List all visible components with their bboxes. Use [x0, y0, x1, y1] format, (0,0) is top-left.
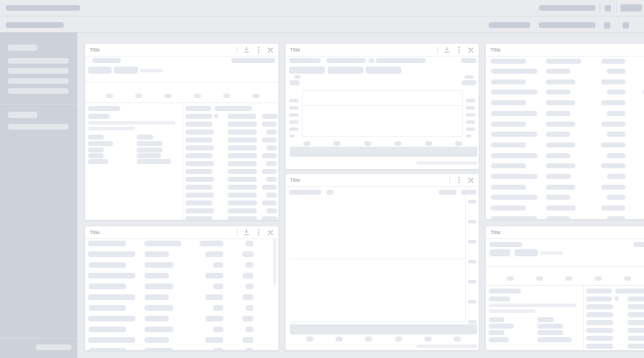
skeleton-bar [88, 337, 135, 343]
button-placeholder[interactable] [514, 249, 538, 256]
tab-placeholder[interactable] [106, 94, 113, 98]
skeleton-bar [245, 348, 253, 351]
sidebar-item-placeholder[interactable] [8, 78, 69, 84]
skeleton-bar [266, 130, 277, 135]
column-header-placeholder [491, 59, 526, 64]
skeleton-bar [586, 336, 613, 341]
skeleton-bar [185, 114, 213, 119]
card-header-actions [437, 47, 474, 54]
skeleton-bar [185, 169, 213, 174]
kebab-menu-icon[interactable] [255, 229, 262, 236]
toolbar-item-placeholder[interactable] [489, 22, 530, 28]
tab-placeholder[interactable] [165, 94, 172, 98]
y-tick-placeholder [289, 113, 298, 117]
download-icon[interactable] [243, 229, 250, 236]
skeleton-bar [205, 316, 223, 321]
skeleton-bar [228, 130, 257, 135]
skeleton-bar [89, 262, 126, 268]
button-placeholder[interactable] [620, 4, 642, 11]
sidebar-item-placeholder[interactable] [8, 88, 69, 94]
column-header-placeholder [615, 289, 644, 294]
dashboard-card: Title [84, 226, 279, 351]
tab-placeholder[interactable] [565, 276, 572, 281]
tab-placeholder[interactable] [253, 94, 260, 98]
kebab-menu-icon[interactable] [255, 47, 262, 54]
tab-placeholder[interactable] [135, 94, 142, 98]
button-placeholder[interactable] [114, 67, 138, 74]
skeleton-bar [88, 106, 120, 111]
card-header-actions [237, 47, 274, 54]
skeleton-bar [88, 316, 135, 321]
y-tick-placeholder [468, 280, 477, 284]
skeleton-bar [243, 251, 253, 257]
skeleton-bar [546, 79, 575, 84]
close-icon[interactable] [267, 229, 274, 236]
skeleton-bar [88, 121, 175, 125]
app-header [0, 0, 644, 32]
tab-placeholder[interactable] [507, 276, 514, 281]
skeleton-bar [228, 122, 257, 127]
dashboard-skeleton-screen: { "colors": { "page_bg": "#e9ebef", "top… [0, 0, 644, 358]
button-placeholder[interactable] [328, 67, 364, 74]
column-header-placeholder [601, 59, 625, 64]
skeleton-bar [489, 242, 522, 247]
scrollbar-thumb[interactable] [273, 239, 276, 285]
button-placeholder[interactable] [489, 249, 510, 256]
tab-placeholder[interactable] [223, 94, 230, 98]
y-tick-placeholder [466, 99, 475, 102]
tab-placeholder[interactable] [595, 276, 602, 281]
skeleton-bar [491, 153, 537, 158]
sidebar-item-placeholder[interactable] [8, 68, 69, 74]
close-icon[interactable] [467, 47, 474, 54]
x-tick-placeholder [333, 141, 341, 146]
skeleton-bar [185, 216, 213, 221]
toolbar-item-placeholder[interactable] [539, 5, 595, 11]
skeleton-bar [461, 190, 477, 195]
skeleton-bar [439, 190, 457, 195]
button-placeholder[interactable] [366, 67, 401, 74]
dashboard-card: Title [485, 226, 644, 351]
skeleton-bar [294, 75, 301, 79]
close-icon[interactable] [267, 47, 274, 54]
header-divider [237, 47, 238, 54]
skeleton-bar [245, 262, 253, 268]
sidebar-item-placeholder[interactable] [8, 58, 69, 64]
icon-button-placeholder[interactable] [605, 5, 611, 11]
skeleton-bar [546, 195, 570, 200]
skeleton-bar [546, 100, 575, 105]
skeleton-bar [586, 344, 613, 349]
icon-button-placeholder[interactable] [623, 22, 629, 29]
button-placeholder[interactable] [88, 67, 112, 74]
sidebar-section-heading-placeholder [8, 112, 37, 118]
skeleton-bar [628, 304, 644, 309]
tab-placeholder[interactable] [194, 94, 201, 98]
breadcrumb-placeholder [6, 22, 64, 28]
y-tick-placeholder [289, 106, 298, 110]
sidebar-item-placeholder[interactable] [8, 124, 69, 130]
download-icon[interactable] [443, 47, 450, 54]
column-header-placeholder [145, 241, 181, 246]
skeleton-bar [205, 337, 223, 343]
icon-button-placeholder[interactable] [604, 22, 610, 29]
tab-placeholder[interactable] [624, 276, 631, 281]
skeleton-bar [185, 185, 213, 190]
skeleton-bar [489, 304, 576, 307]
kebab-menu-icon[interactable] [455, 177, 462, 184]
tab-placeholder[interactable] [536, 276, 543, 281]
dashboard-card: Title [285, 43, 479, 170]
skeleton-bar [262, 185, 277, 190]
close-icon[interactable] [467, 177, 474, 184]
download-icon[interactable] [243, 47, 250, 54]
toolbar-item-placeholder[interactable] [539, 22, 595, 28]
skeleton-bar [546, 90, 570, 95]
button-placeholder[interactable] [289, 67, 325, 74]
y-tick-placeholder [466, 120, 475, 124]
dashboard-card: Title [485, 43, 644, 220]
skeleton-bar [607, 216, 625, 220]
skeleton-bar [88, 147, 104, 153]
kebab-menu-icon[interactable] [455, 47, 462, 54]
skeleton-bar [491, 163, 526, 168]
skeleton-bar [586, 312, 613, 317]
skeleton-bar [489, 330, 504, 335]
skeleton-bar [145, 262, 173, 268]
